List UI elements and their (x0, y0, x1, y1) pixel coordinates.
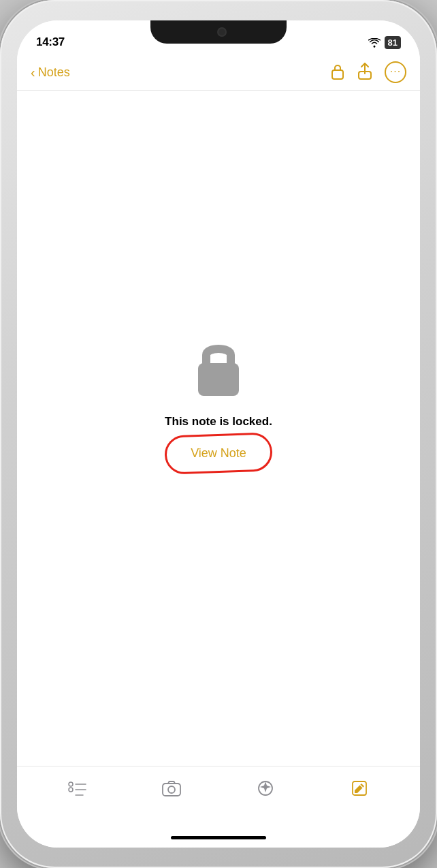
svg-point-9 (168, 786, 175, 793)
svg-point-3 (69, 782, 73, 786)
view-note-button[interactable]: View Note (180, 442, 257, 465)
home-indicator (17, 827, 420, 848)
wifi-icon (368, 38, 381, 48)
location-toolbar-icon[interactable] (248, 775, 282, 802)
svg-rect-0 (332, 70, 343, 79)
svg-point-4 (69, 788, 73, 792)
navigation-bar: ‹ Notes (17, 55, 420, 90)
compose-toolbar-icon[interactable] (342, 775, 376, 802)
home-bar (171, 836, 266, 839)
main-content: This note is locked. View Note (17, 91, 420, 766)
back-button[interactable]: ‹ Notes (31, 65, 70, 80)
status-icons: 81 (368, 36, 401, 49)
more-options-icon[interactable]: ··· (385, 61, 406, 83)
back-chevron-icon: ‹ (31, 65, 35, 80)
lock-nav-icon[interactable] (330, 62, 345, 83)
notch (150, 20, 287, 44)
battery-indicator: 81 (385, 36, 401, 49)
phone-frame: 14:37 81 ‹ Note (0, 0, 437, 868)
camera-toolbar-icon[interactable] (155, 775, 189, 802)
locked-message-text: This note is locked. (165, 415, 272, 429)
battery-level: 81 (388, 37, 398, 48)
back-label: Notes (38, 65, 70, 80)
locked-note-container: This note is locked. View Note (165, 337, 272, 465)
large-lock-icon (191, 337, 246, 401)
share-icon[interactable] (357, 62, 372, 83)
svg-rect-8 (163, 784, 180, 796)
checklist-toolbar-icon[interactable] (61, 775, 95, 802)
nav-actions: ··· (330, 61, 406, 83)
bottom-toolbar (17, 766, 420, 827)
status-time: 14:37 (36, 35, 65, 49)
dots-icon: ··· (390, 65, 401, 78)
svg-rect-2 (198, 363, 239, 396)
camera-dot (217, 27, 227, 37)
view-note-wrapper: View Note (180, 442, 257, 465)
phone-screen: 14:37 81 ‹ Note (17, 20, 420, 848)
